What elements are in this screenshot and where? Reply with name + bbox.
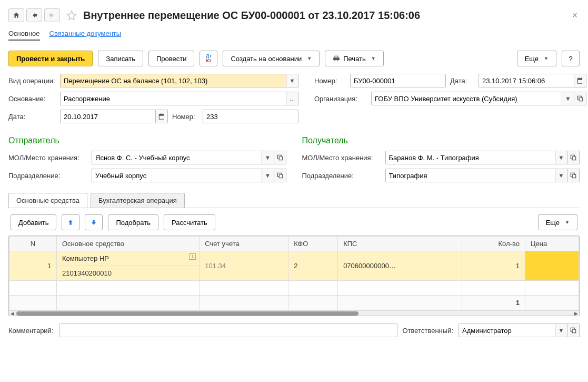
organization-input[interactable] [371, 92, 562, 105]
cell-price[interactable] [525, 251, 579, 281]
sender-dept-open-button[interactable] [274, 169, 286, 182]
organization-dropdown[interactable]: ▼ [562, 92, 574, 105]
basis-date-input[interactable] [60, 110, 155, 123]
close-button[interactable]: × [570, 10, 580, 21]
arrow-up-icon [67, 219, 74, 226]
doc-number-input[interactable] [350, 74, 446, 87]
responsible-dropdown[interactable]: ▼ [555, 324, 567, 337]
more-button[interactable]: Еще ▼ [517, 51, 556, 66]
organization-open-button[interactable] [574, 92, 586, 105]
sender-dept-dropdown[interactable]: ▼ [262, 169, 274, 182]
responsible-input[interactable] [459, 324, 555, 337]
print-button[interactable]: Печать ▼ [325, 51, 384, 66]
move-up-button[interactable] [62, 214, 79, 230]
tab-main[interactable]: Основное [8, 27, 40, 41]
operation-type-input[interactable] [60, 74, 286, 87]
save-button[interactable]: Записать [98, 51, 143, 66]
basis-number-input[interactable] [203, 110, 298, 123]
pick-button[interactable]: Подобрать [108, 214, 158, 230]
receiver-section-title: Получатель [302, 136, 580, 145]
col-price[interactable]: Цена [525, 237, 579, 251]
post-and-close-button[interactable]: Провести и закрыть [8, 51, 93, 66]
cell-kps[interactable]: 070600000000… [338, 251, 462, 281]
favorite-star-icon[interactable] [65, 9, 78, 22]
scroll-right-icon[interactable]: ▶ [573, 311, 579, 316]
sender-mol-label: МОЛ/Место хранения: [8, 154, 87, 162]
col-qty[interactable]: Кол-во [462, 237, 525, 251]
operation-type-label: Вид операции: [8, 77, 56, 85]
receiver-mol-dropdown[interactable]: ▼ [555, 151, 567, 164]
receiver-mol-open-button[interactable] [567, 151, 580, 164]
sender-mol-open-button[interactable] [274, 151, 286, 164]
col-asset[interactable]: Основное средство [57, 237, 200, 251]
doc-date-calendar-button[interactable] [574, 74, 586, 87]
open-external-icon [276, 154, 284, 161]
table-more-label: Еще [546, 219, 560, 227]
table-more-button[interactable]: Еще ▼ [538, 214, 577, 230]
cell-asset-name: Компьютер HP [62, 254, 109, 262]
receiver-dept-input[interactable] [385, 169, 555, 182]
basis-number-label: Номер: [172, 113, 198, 121]
basis-input[interactable] [60, 92, 286, 105]
sender-dept-label: Подразделение: [8, 172, 87, 180]
open-external-icon [570, 327, 577, 334]
create-based-label: Создать на основании [231, 55, 302, 63]
home-icon [13, 12, 20, 19]
chevron-down-icon: ▼ [371, 56, 376, 61]
responsible-open-button[interactable] [567, 324, 580, 337]
scroll-thumb[interactable] [16, 311, 358, 316]
table-empty-row [9, 281, 579, 296]
table-row[interactable]: 1 Компьютер HP 1 101.34 2 070600000000… … [9, 251, 579, 266]
create-based-on-button[interactable]: Создать на основании ▼ [223, 51, 320, 66]
chevron-down-icon: ▼ [307, 56, 312, 61]
col-kps[interactable]: КПС [338, 237, 462, 251]
assets-table: N Основное средство Счет учета КФО КПС К… [8, 236, 580, 316]
open-external-icon [570, 154, 577, 161]
post-button[interactable]: Провести [148, 51, 195, 66]
basis-date-calendar-button[interactable] [155, 110, 168, 123]
tab-linked-documents[interactable]: Связанные документы [49, 27, 122, 41]
chevron-down-icon: ▼ [565, 220, 570, 225]
more-label: Еще [525, 55, 539, 63]
basis-ellipsis-button[interactable]: … [286, 92, 298, 105]
footer-qty: 1 [462, 296, 525, 310]
calculate-button[interactable]: Рассчитать [164, 214, 215, 230]
doc-date-label: Дата: [450, 77, 474, 85]
col-account[interactable]: Счет учета [200, 237, 288, 251]
sender-dept-input[interactable] [92, 169, 262, 182]
receiver-mol-input[interactable] [385, 151, 555, 164]
help-button[interactable]: ? [562, 51, 580, 66]
col-n[interactable]: N [9, 237, 57, 251]
operation-type-dropdown[interactable]: ▼ [286, 74, 298, 87]
doc-date-input[interactable] [479, 74, 574, 87]
open-external-icon [276, 172, 284, 179]
cell-asset[interactable]: Компьютер HP 1 [57, 251, 200, 266]
home-button[interactable] [8, 8, 24, 22]
move-down-button[interactable] [85, 214, 103, 230]
back-button[interactable] [26, 8, 42, 22]
arrow-left-icon [31, 12, 38, 19]
cell-asset-code[interactable]: 2101340200010 [57, 266, 200, 281]
responsible-label: Ответственный: [403, 327, 453, 335]
open-external-icon [576, 95, 584, 102]
cell-qty[interactable]: 1 [462, 251, 525, 281]
receiver-dept-dropdown[interactable]: ▼ [555, 169, 567, 182]
cell-kfo[interactable]: 2 [288, 251, 338, 281]
forward-button[interactable] [44, 8, 60, 22]
receiver-dept-open-button[interactable] [567, 169, 580, 182]
arrow-down-icon [90, 219, 97, 226]
col-kfo[interactable]: КФО [288, 237, 338, 251]
receiver-mol-label: МОЛ/Место хранения: [302, 154, 381, 162]
subtab-assets[interactable]: Основные средства [8, 193, 87, 208]
sender-mol-input[interactable] [92, 151, 262, 164]
sender-mol-dropdown[interactable]: ▼ [262, 151, 274, 164]
calendar-icon [576, 77, 584, 84]
subtab-accounting[interactable]: Бухгалтерская операция [91, 193, 185, 208]
add-row-button[interactable]: Добавить [11, 214, 56, 230]
debit-credit-button[interactable]: ДтКт [200, 51, 217, 66]
scroll-left-icon[interactable]: ◀ [9, 311, 15, 316]
basis-label: Основание: [8, 95, 56, 103]
horizontal-scrollbar[interactable]: ◀ ▶ [9, 310, 579, 316]
comment-input[interactable] [59, 324, 397, 337]
cell-account[interactable]: 101.34 [200, 251, 288, 281]
